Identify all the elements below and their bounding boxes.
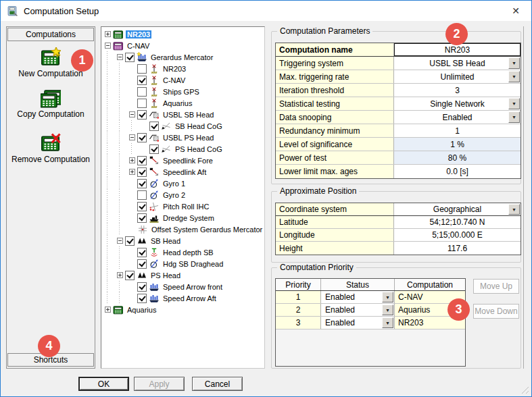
tree-item-checkbox[interactable] <box>137 64 147 74</box>
tree-item[interactable]: Ships GPS <box>103 86 264 97</box>
tree-item-label[interactable]: Hdg SB Draghead <box>162 260 224 268</box>
tree-item[interactable]: Speedlink Aft <box>103 166 264 178</box>
tree-item-checkbox[interactable] <box>137 259 147 269</box>
ok-button[interactable]: OK <box>78 377 129 391</box>
tree-item-checkbox[interactable] <box>137 213 147 223</box>
tree-item-label[interactable]: Dredge System <box>162 214 216 222</box>
tree-item-label[interactable]: Gyro 1 <box>162 180 187 188</box>
computations-header-button[interactable]: Computations <box>7 28 94 41</box>
dropdown-button[interactable]: ▼ <box>382 317 393 328</box>
apply-button[interactable]: Apply <box>134 377 185 391</box>
resize-grip[interactable] <box>520 385 529 394</box>
expand-plus-icon[interactable] <box>105 31 111 37</box>
collapse-minus-icon[interactable] <box>117 238 123 244</box>
collapse-minus-icon[interactable] <box>129 111 135 117</box>
tree-expander[interactable] <box>116 53 124 61</box>
tree-item-checkbox[interactable] <box>137 294 147 303</box>
tree-item-label[interactable]: USBL SB Head <box>162 111 215 119</box>
tree-item-label[interactable]: Pitch Roll IHC <box>162 203 210 211</box>
tree-item-checkbox[interactable] <box>149 144 159 154</box>
tree-item[interactable]: Aquarius <box>103 97 264 109</box>
tree-expander[interactable] <box>103 30 112 38</box>
parameter-value-dropdown[interactable]: Single Network▼ <box>394 97 521 110</box>
tree-item[interactable]: C-NAV <box>103 40 264 51</box>
tree-expander[interactable] <box>116 271 124 280</box>
parameter-value-dropdown[interactable]: Geographical▼ <box>394 203 521 215</box>
parameter-value-text[interactable]: 117.6 <box>394 242 521 255</box>
status-dropdown-cell[interactable]: Enabled▼ <box>321 291 395 303</box>
tree-item-checkbox[interactable] <box>137 167 147 177</box>
status-dropdown-cell[interactable]: Enabled▼ <box>321 304 395 316</box>
copy-computation-button[interactable]: Copy Computation <box>7 88 94 119</box>
tree-item-checkbox[interactable] <box>137 248 147 257</box>
tree-item[interactable]: Hdg SB Draghead <box>103 258 264 269</box>
tree-item[interactable]: Head depth SB <box>103 246 264 258</box>
tree-item[interactable]: Dredge System <box>103 212 264 223</box>
tree-item[interactable]: PS Head CoG <box>103 143 264 155</box>
tree-item-label[interactable]: NR203 <box>126 30 151 38</box>
tree-item-label[interactable]: PS Head CoG <box>174 145 224 153</box>
parameter-value-dropdown[interactable]: Enabled▼ <box>394 111 521 124</box>
tree-item-checkbox[interactable] <box>137 190 147 200</box>
tree-expander[interactable] <box>128 167 137 176</box>
tree-item-checkbox[interactable] <box>149 122 159 131</box>
tree-expander[interactable] <box>128 110 137 119</box>
tree-item-checkbox[interactable] <box>137 87 147 97</box>
tree-item-checkbox[interactable] <box>125 271 135 280</box>
tree-item-label[interactable]: Speed Arrow front <box>162 283 224 291</box>
tree-item-label[interactable]: C-NAV <box>126 42 151 50</box>
status-dropdown-cell[interactable]: Enabled▼ <box>321 317 395 329</box>
tree-item[interactable]: Aquarius <box>103 304 264 315</box>
tree-item[interactable]: NR203 <box>103 63 264 74</box>
parameter-value-text[interactable]: 5;15;00.000 E <box>394 229 521 241</box>
dropdown-button[interactable]: ▼ <box>382 305 393 315</box>
tree-item-label[interactable]: Head depth SB <box>162 248 215 257</box>
tree-item-label[interactable]: NR203 <box>162 65 187 73</box>
parameter-value-dropdown[interactable]: USBL SB Head▼ <box>394 57 521 70</box>
tree-item-checkbox[interactable] <box>137 202 147 211</box>
tree-item[interactable]: USBL SB Head <box>103 109 264 120</box>
tree-item-checkbox[interactable] <box>137 110 147 120</box>
tree-item-label[interactable]: PS Head <box>149 271 182 280</box>
tree-item[interactable]: Speedlink Fore <box>103 155 264 166</box>
tree-item[interactable]: Gyro 1 <box>103 178 264 189</box>
tree-item[interactable]: NR203 <box>103 28 264 40</box>
dropdown-button[interactable]: ▼ <box>508 98 520 109</box>
close-button[interactable]: ✕ <box>500 1 531 21</box>
parameter-value-text[interactable]: 1 <box>394 124 521 137</box>
tree-item-label[interactable]: Ships GPS <box>162 88 201 96</box>
expand-plus-icon[interactable] <box>129 157 135 163</box>
tree-item-label[interactable]: Speedlink Fore <box>162 157 214 165</box>
dropdown-button[interactable]: ▼ <box>508 111 520 123</box>
move-down-button[interactable]: Move Down <box>473 304 519 319</box>
dropdown-button[interactable]: ▼ <box>508 204 520 215</box>
expand-plus-icon[interactable] <box>129 169 135 175</box>
dropdown-button[interactable]: ▼ <box>508 57 520 69</box>
tree-item-checkbox[interactable] <box>137 282 147 292</box>
tree-item-label[interactable]: Gyro 2 <box>162 191 187 199</box>
remove-computation-button[interactable]: Remove Computation <box>7 133 94 164</box>
tree-item-label[interactable]: C-NAV <box>162 76 187 84</box>
tree-expander[interactable] <box>103 305 112 314</box>
tree-expander[interactable] <box>128 133 137 142</box>
tree-item-label[interactable]: SB Head <box>149 237 182 245</box>
collapse-minus-icon[interactable] <box>105 43 111 49</box>
parameter-value-text[interactable]: 3 <box>394 84 521 97</box>
tree-item-checkbox[interactable] <box>137 133 147 142</box>
tree-item-label[interactable]: Aquarius <box>162 99 193 107</box>
tree-item-label[interactable]: USBL PS Head <box>162 134 215 142</box>
tree-item[interactable]: C-NAV <box>103 74 264 86</box>
tree-item-checkbox[interactable] <box>125 236 135 246</box>
expand-plus-icon[interactable] <box>117 272 123 278</box>
tree-item[interactable]: SB Head CoG <box>103 120 264 132</box>
tree-item-checkbox[interactable] <box>125 53 135 62</box>
tree-item[interactable]: Gyro 2 <box>103 189 264 201</box>
tree-item-label[interactable]: Gerardus Mercator <box>149 53 214 61</box>
tree-item[interactable]: SB Head <box>103 235 264 246</box>
collapse-minus-icon[interactable] <box>129 134 135 140</box>
dropdown-button[interactable]: ▼ <box>508 71 520 82</box>
tree-item[interactable]: PS Head <box>103 269 264 281</box>
tree-item-label[interactable]: Speed Arrow Aft <box>162 294 218 302</box>
parameter-value-text[interactable]: 0.0 [s] <box>394 165 521 178</box>
tree-item[interactable]: USBL PS Head <box>103 132 264 143</box>
